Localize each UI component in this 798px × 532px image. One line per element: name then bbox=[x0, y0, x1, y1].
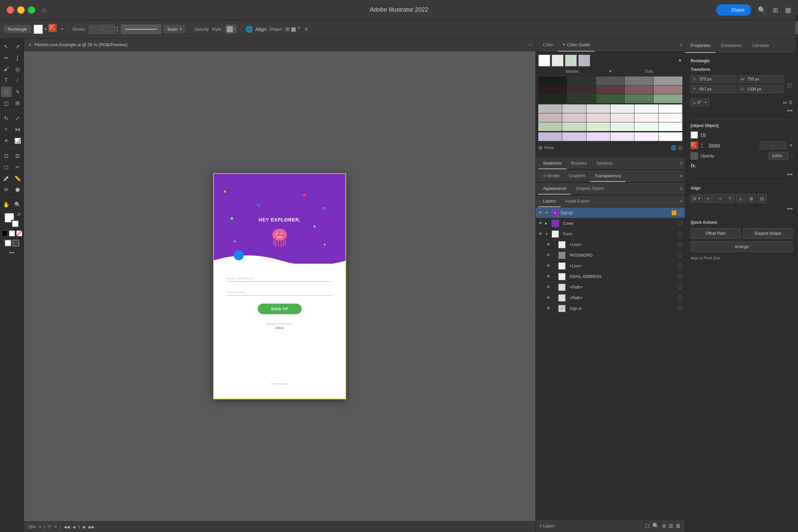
tab-color[interactable]: Color bbox=[538, 39, 558, 52]
tab-brushes[interactable]: Brushes bbox=[566, 157, 591, 169]
y-field[interactable]: Y: 667 px bbox=[690, 85, 737, 93]
cg-swatch-gray1[interactable] bbox=[552, 55, 564, 66]
tab-libraries[interactable]: Libraries bbox=[747, 39, 774, 53]
shade-cell[interactable] bbox=[567, 76, 596, 85]
rotation-dropdown-icon[interactable]: ▼ bbox=[55, 525, 58, 529]
width-tool[interactable]: ⋈ bbox=[12, 124, 23, 135]
paintbrush-tool[interactable]: 🖌 bbox=[1, 64, 12, 75]
minimize-button[interactable] bbox=[17, 6, 25, 14]
eye-icon[interactable]: 👁 bbox=[546, 295, 553, 300]
layer-row-signup[interactable]: 👁 ▼ S Signup bbox=[536, 208, 685, 218]
eyedropper-tool[interactable]: 💉 bbox=[1, 173, 12, 184]
expand-shape-button[interactable]: Expand Shape bbox=[743, 228, 793, 239]
layer-row-password[interactable]: 👁 PASSWORD bbox=[536, 250, 685, 261]
layer-circle-path2[interactable] bbox=[678, 296, 682, 300]
tab-transparency[interactable]: Transparency bbox=[590, 170, 625, 182]
eye-icon[interactable]: 👁 bbox=[546, 253, 553, 258]
layer-circle-line1[interactable] bbox=[678, 242, 682, 247]
shade-cell[interactable] bbox=[625, 76, 653, 85]
selection-tool[interactable]: ↖ bbox=[1, 41, 12, 52]
symbol-spray-tool[interactable]: ✳ bbox=[1, 135, 12, 146]
scissors-tool[interactable]: ✂ bbox=[12, 162, 23, 172]
layer-circle-cover[interactable] bbox=[678, 221, 682, 226]
flip-h-icon[interactable]: ⇔ bbox=[783, 99, 787, 106]
tint-cell[interactable] bbox=[587, 113, 610, 122]
tint-cell[interactable] bbox=[634, 104, 658, 113]
tint-cell[interactable] bbox=[610, 122, 634, 131]
layer-circle-line2[interactable] bbox=[678, 264, 682, 268]
tint-cell[interactable] bbox=[562, 113, 586, 122]
pencil-tool[interactable]: ✎ bbox=[12, 87, 23, 97]
column-graph-tool[interactable]: 📊 bbox=[12, 135, 23, 146]
tint-cell[interactable] bbox=[659, 104, 682, 113]
shade-cell[interactable] bbox=[654, 94, 682, 103]
next-page-icon[interactable]: ▶▶ bbox=[89, 525, 94, 529]
eraser-tool[interactable]: ◻ bbox=[1, 162, 12, 172]
home-icon[interactable]: ⌂ bbox=[42, 6, 46, 14]
shade-cell[interactable] bbox=[625, 94, 653, 103]
opacity-value[interactable]: 100% bbox=[769, 152, 789, 160]
tint-cell[interactable] bbox=[538, 113, 562, 122]
align-to-dropdown[interactable]: ⊡ ▼ bbox=[690, 194, 703, 203]
tab-gradient[interactable]: Gradient bbox=[564, 170, 590, 182]
swatches-menu-icon[interactable]: ≡ bbox=[680, 161, 682, 166]
align-more-icon[interactable]: ••• bbox=[787, 206, 793, 212]
eye-icon[interactable]: 👁 bbox=[546, 306, 553, 311]
tab-layers[interactable]: Layers bbox=[538, 195, 560, 207]
layers-icon[interactable]: ≡ bbox=[305, 26, 307, 32]
next-icon[interactable]: ▶ bbox=[83, 525, 86, 529]
shade-cell[interactable] bbox=[596, 76, 625, 85]
tint-cell[interactable] bbox=[659, 122, 682, 131]
tab-swatches[interactable]: Swatches bbox=[538, 157, 566, 169]
angle-dropdown-icon[interactable]: ▼ bbox=[704, 101, 707, 104]
eye-icon[interactable]: 👁 bbox=[546, 285, 553, 290]
line-tool[interactable]: / bbox=[12, 75, 23, 86]
stroke-stepper[interactable]: — ▲ ▼ bbox=[89, 25, 119, 34]
tint-cell[interactable] bbox=[659, 113, 682, 122]
align-right-btn[interactable]: ⊤ bbox=[725, 194, 735, 203]
layer-circle-path1[interactable] bbox=[678, 285, 682, 290]
stroke-dropdown-icon[interactable]: ▼ bbox=[789, 143, 793, 147]
opacity-chevron-icon[interactable]: › bbox=[791, 154, 793, 158]
fill-stroke-group[interactable]: ▼ ▼ bbox=[34, 24, 64, 35]
arrange-button[interactable]: Arrange bbox=[690, 241, 793, 252]
layer-circle-password[interactable] bbox=[678, 253, 682, 258]
scale-tool[interactable]: ⤢ bbox=[12, 113, 23, 124]
swap-icon[interactable]: ⇄ bbox=[17, 212, 21, 216]
signin-link[interactable]: Sign in bbox=[227, 326, 332, 329]
expand-icon[interactable]: ▶ bbox=[545, 222, 550, 225]
layer-row-line1[interactable]: 👁 <Line> bbox=[536, 240, 685, 250]
align-button[interactable]: Align bbox=[255, 26, 266, 32]
globe-icon[interactable]: 🌐 bbox=[245, 25, 253, 33]
rectangle-tool[interactable]: □ bbox=[1, 87, 12, 97]
eye-icon[interactable]: 👁 bbox=[546, 242, 553, 247]
white-chip[interactable] bbox=[9, 230, 15, 236]
layer-row-form[interactable]: 👁 ▼ Form bbox=[536, 229, 685, 240]
artboard-tool[interactable]: ⊡ bbox=[1, 150, 12, 161]
expand-icon[interactable]: ▼ bbox=[545, 211, 550, 214]
stroke-chevron-icon[interactable]: ▼ bbox=[60, 27, 64, 31]
curvature-tool[interactable]: ∫ bbox=[12, 53, 23, 63]
shade-cell[interactable] bbox=[654, 76, 682, 85]
rotate-tool[interactable]: ↻ bbox=[1, 113, 12, 124]
tab-stroke[interactable]: ◎ Stroke bbox=[538, 170, 564, 182]
style-color-box[interactable]: ▼ bbox=[225, 25, 237, 34]
slice-tool[interactable]: ⊟ bbox=[12, 150, 23, 161]
angle-field[interactable]: ∠ 0° ▼ bbox=[690, 98, 709, 107]
offset-path-button[interactable]: Offset Path bbox=[690, 228, 740, 239]
layer-button[interactable] bbox=[5, 240, 11, 246]
appearance-menu-icon[interactable]: ≡ bbox=[680, 186, 682, 191]
align-bottom-btn[interactable]: ⊡ bbox=[757, 194, 767, 203]
x-field[interactable]: X: 375 px bbox=[690, 75, 737, 83]
shade-cell[interactable] bbox=[596, 94, 625, 103]
none-chip[interactable] bbox=[16, 230, 22, 236]
black-chip[interactable] bbox=[2, 230, 8, 236]
blend-tool[interactable]: ⟳ bbox=[1, 184, 12, 195]
shade-cell[interactable] bbox=[538, 86, 567, 94]
eye-icon[interactable]: 👁 bbox=[538, 221, 545, 226]
eye-icon[interactable]: 👁 bbox=[538, 231, 545, 236]
grid-icon[interactable]: ⊞ bbox=[538, 145, 542, 150]
h-field[interactable]: H: 1334 px bbox=[739, 85, 784, 93]
tint-cell[interactable] bbox=[562, 122, 586, 131]
align-center-h-btn[interactable]: ⊣ bbox=[715, 194, 724, 203]
